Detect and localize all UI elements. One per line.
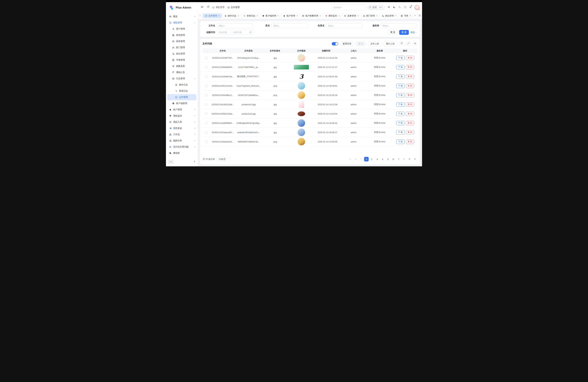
download-button[interactable]: 下 载 xyxy=(396,112,404,116)
image-upload-button[interactable]: 图片上传 xyxy=(383,41,397,46)
filter-input-原名[interactable] xyxy=(272,23,308,28)
page-next-button[interactable] xyxy=(402,157,406,161)
sidebar-item-流程发起[interactable]: 流程发起 xyxy=(166,125,198,131)
tabs-scroll-right-button[interactable] xyxy=(408,13,413,19)
close-icon[interactable]: × xyxy=(257,15,258,17)
download-button[interactable]: 下 载 xyxy=(396,56,404,60)
sidebar-item-岗位管理[interactable]: 岗位管理 xyxy=(166,51,198,57)
tab-菜单管理[interactable]: 菜单管理× xyxy=(342,13,361,19)
tab-字典管理[interactable]: 字典管理× xyxy=(399,13,408,19)
row-checkbox[interactable] xyxy=(205,113,208,115)
preview-image[interactable] xyxy=(298,111,305,116)
content-fullscreen-button[interactable] xyxy=(417,13,422,19)
tabs-scroll-left-button[interactable] xyxy=(198,13,202,19)
row-checkbox[interactable] xyxy=(205,66,208,68)
reset-button[interactable]: 重 置 xyxy=(388,30,398,35)
download-button[interactable]: 下 载 xyxy=(396,102,404,107)
delete-button[interactable]: 删 除 xyxy=(356,41,366,46)
tab-登录日志[interactable]: 登录日志× xyxy=(241,13,260,19)
search-button[interactable]: 搜 索 xyxy=(399,30,409,35)
row-delete-button[interactable]: 删 除 xyxy=(406,112,414,116)
tabs-menu-button[interactable] xyxy=(413,13,417,19)
expand-table-button[interactable] xyxy=(406,41,411,46)
page-number-1[interactable]: 1 xyxy=(364,157,369,161)
close-icon[interactable]: × xyxy=(296,15,298,17)
page-size-select[interactable]: 10条/页 xyxy=(217,157,231,161)
download-button[interactable]: 下 载 xyxy=(396,74,404,79)
row-checkbox[interactable] xyxy=(205,75,208,78)
row-checkbox[interactable] xyxy=(205,131,208,134)
download-button[interactable]: 下 载 xyxy=(396,140,404,144)
sidebar-item-字典管理[interactable]: 字典管理 xyxy=(166,57,198,63)
download-button[interactable]: 下 载 xyxy=(396,121,404,125)
row-checkbox[interactable] xyxy=(205,122,208,124)
breadcrumb-item[interactable]: 文件管理 xyxy=(227,6,240,9)
close-icon[interactable]: × xyxy=(395,15,397,17)
page-last-button[interactable] xyxy=(413,157,417,161)
row-checkbox[interactable] xyxy=(205,94,208,96)
preview-image[interactable] xyxy=(298,128,305,136)
row-delete-button[interactable]: 删 除 xyxy=(406,74,414,79)
row-delete-button[interactable]: 删 除 xyxy=(406,121,414,125)
preview-toggle[interactable] xyxy=(332,42,338,45)
refresh-list-button[interactable] xyxy=(399,41,404,46)
row-checkbox[interactable] xyxy=(205,141,208,143)
sidebar-item-系统工具[interactable]: 系统工具 xyxy=(166,119,198,125)
tab-客户端管理[interactable]: 客户端管理× xyxy=(260,13,281,19)
sidebar-item-参数设置[interactable]: 参数设置 xyxy=(166,63,198,69)
sidebar-item-我的任务[interactable]: 我的任务 xyxy=(166,138,198,144)
row-checkbox[interactable] xyxy=(205,57,208,59)
close-icon[interactable]: × xyxy=(376,15,378,17)
collapse-filter-button[interactable]: 收起 xyxy=(410,31,417,34)
sidebar-item-工作流[interactable]: 工作流 xyxy=(166,131,198,138)
sidebar-collapse-button[interactable] xyxy=(168,160,174,164)
page-fast-next-button[interactable] xyxy=(407,157,412,161)
filter-input-服务商[interactable] xyxy=(381,23,417,28)
download-button[interactable]: 下 载 xyxy=(396,65,404,69)
close-icon[interactable]: × xyxy=(320,15,321,17)
breadcrumb-item[interactable]: 系统管理 xyxy=(212,6,224,9)
sort-icon[interactable] xyxy=(331,50,333,52)
preview-image[interactable]: 3 xyxy=(299,74,303,79)
tab-操作日志[interactable]: 操作日志× xyxy=(222,13,241,19)
tab-文件管理[interactable]: 文件管理× xyxy=(203,13,222,18)
settings-button[interactable] xyxy=(387,5,391,10)
preview-image[interactable] xyxy=(299,101,304,108)
tab-部门管理[interactable]: 部门管理× xyxy=(361,13,380,19)
download-button[interactable]: 下 载 xyxy=(396,130,404,135)
close-icon[interactable]: × xyxy=(218,15,220,17)
tab-租户套餐管理[interactable]: 租户套餐管理× xyxy=(300,13,323,19)
page-number-5[interactable]: 5 xyxy=(386,157,390,161)
sidebar-pin-button[interactable] xyxy=(193,160,196,163)
tab-租户管理[interactable]: 租户管理× xyxy=(281,13,300,19)
date-range-input[interactable]: 开始日期 结束日期 xyxy=(217,30,253,35)
sidebar-item-微信群[interactable]: 微信群 xyxy=(166,150,198,156)
preview-image[interactable] xyxy=(298,54,305,62)
preview-image[interactable] xyxy=(294,65,309,69)
sidebar-item-客户端管理[interactable]: 客户端管理 xyxy=(166,100,198,106)
sidebar-item-通知公告[interactable]: 通知公告 xyxy=(166,69,198,75)
page-first-button[interactable] xyxy=(348,157,353,161)
close-icon[interactable]: × xyxy=(338,15,340,17)
notifications-button[interactable] xyxy=(408,5,413,10)
sidebar-item-概览[interactable]: 概览 xyxy=(166,13,198,20)
config-manage-button[interactable]: 配置管理 xyxy=(340,41,354,46)
close-icon[interactable]: × xyxy=(357,15,359,17)
sidebar-item-日志管理[interactable]: DEV日志管理 xyxy=(166,75,198,82)
sidebar-item-系统管理[interactable]: 系统管理 xyxy=(166,20,198,26)
dark-mode-button[interactable] xyxy=(392,5,397,10)
language-button[interactable]: 文A xyxy=(398,5,402,10)
row-delete-button[interactable]: 删 除 xyxy=(406,130,414,135)
row-delete-button[interactable]: 删 除 xyxy=(406,140,414,144)
download-button[interactable]: 下 载 xyxy=(396,93,404,97)
sidebar-item-菜单管理[interactable]: 菜单管理 xyxy=(166,38,198,44)
refresh-page-button[interactable] xyxy=(206,5,210,10)
sidebar-item-租户管理[interactable]: 租户管理 xyxy=(166,106,198,113)
column-settings-button[interactable] xyxy=(412,41,418,46)
tab-缓存监控[interactable]: 缓存监控× xyxy=(323,13,342,19)
fullscreen-button[interactable] xyxy=(403,5,407,10)
row-delete-button[interactable]: 删 除 xyxy=(406,56,414,60)
row-checkbox[interactable] xyxy=(205,85,208,87)
page-number-4[interactable]: 4 xyxy=(380,157,385,161)
sidebar-item-部门管理[interactable]: 部门管理 xyxy=(166,44,198,51)
